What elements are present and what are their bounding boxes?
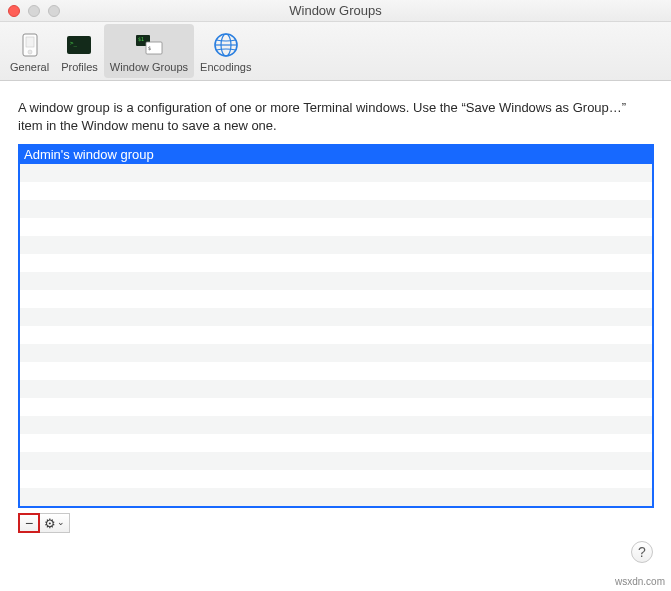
gear-icon: ⚙	[44, 516, 56, 531]
svg-rect-1	[26, 37, 34, 47]
list-item[interactable]	[20, 290, 652, 308]
list-item[interactable]	[20, 200, 652, 218]
tab-general[interactable]: General	[4, 24, 55, 78]
list-item[interactable]	[20, 326, 652, 344]
help-button[interactable]: ?	[631, 541, 653, 563]
list-item[interactable]	[20, 380, 652, 398]
tab-label: Window Groups	[110, 61, 188, 73]
minus-icon: −	[25, 515, 33, 531]
close-window-button[interactable]	[8, 5, 20, 17]
tab-encodings[interactable]: Encodings	[194, 24, 257, 78]
list-item[interactable]	[20, 254, 652, 272]
help-icon: ?	[638, 544, 646, 560]
action-menu-button[interactable]: ⚙ ⌄	[40, 513, 70, 533]
list-item[interactable]	[20, 488, 652, 506]
list-item[interactable]	[20, 164, 652, 182]
encodings-icon	[210, 31, 242, 59]
preferences-toolbar: General >_ Profiles $1 $ Window Groups	[0, 22, 671, 81]
list-item[interactable]	[20, 452, 652, 470]
general-icon	[14, 31, 46, 59]
window-groups-icon: $1 $	[133, 31, 165, 59]
list-item[interactable]	[20, 182, 652, 200]
tab-label: Encodings	[200, 61, 251, 73]
chevron-down-icon: ⌄	[57, 517, 65, 527]
remove-button[interactable]: −	[18, 513, 40, 533]
list-item[interactable]	[20, 434, 652, 452]
tab-profiles[interactable]: >_ Profiles	[55, 24, 104, 78]
minimize-window-button[interactable]	[28, 5, 40, 17]
window-groups-list[interactable]: Admin's window group	[18, 144, 654, 508]
description-text: A window group is a configuration of one…	[18, 99, 653, 134]
svg-text:$: $	[148, 45, 151, 51]
svg-text:>_: >_	[70, 39, 78, 47]
list-item[interactable]	[20, 344, 652, 362]
list-item[interactable]	[20, 398, 652, 416]
traffic-lights	[8, 5, 60, 17]
list-item[interactable]: Admin's window group	[20, 146, 652, 164]
tab-label: General	[10, 61, 49, 73]
tab-window-groups[interactable]: $1 $ Window Groups	[104, 24, 194, 78]
list-item[interactable]	[20, 236, 652, 254]
list-item[interactable]	[20, 308, 652, 326]
svg-text:$1: $1	[138, 36, 144, 42]
svg-point-2	[28, 50, 32, 54]
list-item[interactable]	[20, 362, 652, 380]
list-footer: − ⚙ ⌄	[18, 512, 653, 534]
window-title: Window Groups	[0, 3, 671, 18]
watermark: wsxdn.com	[615, 576, 665, 587]
tab-label: Profiles	[61, 61, 98, 73]
list-item[interactable]	[20, 218, 652, 236]
main-content: A window group is a configuration of one…	[0, 81, 671, 534]
list-item[interactable]	[20, 416, 652, 434]
profiles-icon: >_	[63, 31, 95, 59]
maximize-window-button[interactable]	[48, 5, 60, 17]
list-item[interactable]	[20, 470, 652, 488]
titlebar: Window Groups	[0, 0, 671, 22]
list-item[interactable]	[20, 272, 652, 290]
